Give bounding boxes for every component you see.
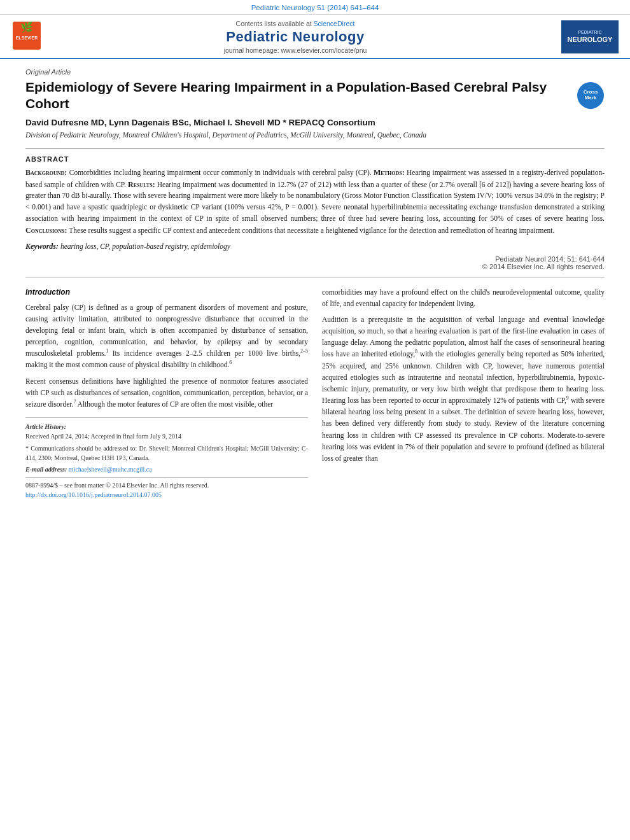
article-type: Original Article bbox=[25, 68, 605, 76]
intro-para1: Cerebral palsy (CP) is defined as a grou… bbox=[25, 302, 308, 371]
journal-logo-right: PEDIATRIC NEUROLOGY bbox=[549, 20, 619, 53]
intro-para2: Recent consensus definitions have highli… bbox=[25, 375, 308, 410]
sciencedirect-link[interactable]: ScienceDirect bbox=[314, 20, 355, 27]
sup1: 1 bbox=[106, 348, 108, 354]
article-history: Article History: Received April 24, 2014… bbox=[25, 422, 308, 441]
sup8: 8 bbox=[415, 349, 417, 355]
conclusions-label: Conclusions: bbox=[25, 226, 67, 235]
email-label: E-mail address: bbox=[25, 466, 67, 473]
results-label: Results: bbox=[128, 180, 155, 189]
right-para2: Audition is a prerequisite in the acquis… bbox=[322, 314, 605, 464]
elsevier-logo: ELSEVIER 🌿 bbox=[11, 20, 42, 53]
issn-line: 0887-8994/$ – see front matter © 2014 El… bbox=[25, 477, 308, 490]
sup7: 7 bbox=[73, 399, 76, 405]
journal-homepage: journal homepage: www.elsevier.com/locat… bbox=[42, 46, 549, 54]
divider-top bbox=[25, 148, 605, 149]
footer-copyright: © 2014 Elsevier Inc. All rights reserved… bbox=[25, 263, 605, 270]
logo-mid-text: NEUROLOGY bbox=[566, 35, 613, 44]
abstract-footer: Pediatatr Neurol 2014; 51: 641-644 © 201… bbox=[25, 255, 605, 270]
article-history-label: Article History: bbox=[25, 423, 66, 430]
correspondence-text: Communications should be addressed to: D… bbox=[25, 445, 308, 461]
correspondence-marker: * bbox=[25, 445, 29, 452]
journal-citation: Pediatric Neurology 51 (2014) 641–644 bbox=[251, 4, 379, 11]
sup6: 6 bbox=[229, 360, 232, 366]
abstract-section: Abstract Background: Comorbidities inclu… bbox=[25, 155, 605, 270]
right-para1: comorbidities may have a profound effect… bbox=[322, 286, 605, 309]
journal-banner-center: Contents lists available at ScienceDirec… bbox=[42, 20, 549, 54]
elsevier-tree-icon: ELSEVIER 🌿 bbox=[11, 20, 42, 51]
doi-text: http://dx.doi.org/10.1016/j.pediatrneuro… bbox=[25, 491, 162, 498]
footer-journal: Pediatatr Neurol 2014; 51: 641-644 bbox=[25, 255, 605, 263]
abstract-text: Background: Comorbidities including hear… bbox=[25, 167, 605, 237]
divider-bottom bbox=[25, 277, 605, 277]
journal-banner: ELSEVIER 🌿 Contents lists available at S… bbox=[0, 15, 630, 59]
article-title: Epidemiology of Severe Hearing Impairmen… bbox=[25, 79, 577, 113]
abstract-header: Abstract bbox=[25, 155, 605, 163]
crossmark-icon: CrossMark bbox=[577, 82, 604, 109]
sup2-5: 2–5 bbox=[300, 348, 308, 354]
journal-header-top: Pediatric Neurology 51 (2014) 641–644 bbox=[0, 0, 630, 15]
two-column-body: Introduction Cerebral palsy (CP) is defi… bbox=[25, 286, 605, 500]
page-container: Pediatric Neurology 51 (2014) 641–644 EL… bbox=[0, 0, 630, 508]
footnote-area: Article History: Received April 24, 2014… bbox=[25, 417, 308, 500]
email-line: E-mail address: michaelshevell@muhc.mcgi… bbox=[25, 465, 308, 474]
authors-line: David Dufresne MD, Lynn Dagenais BSc, Mi… bbox=[25, 118, 605, 127]
background-label: Background: bbox=[25, 168, 67, 177]
doi-line: http://dx.doi.org/10.1016/j.pediatrneuro… bbox=[25, 490, 308, 500]
sup9: 9 bbox=[566, 395, 569, 401]
affiliation-line: Division of Pediatric Neurology, Montrea… bbox=[25, 130, 605, 141]
content-area: Original Article Epidemiology of Severe … bbox=[0, 59, 630, 508]
journal-logo-box: PEDIATRIC NEUROLOGY bbox=[561, 20, 619, 53]
intro-heading: Introduction bbox=[25, 286, 308, 298]
logo-top-text: PEDIATRIC bbox=[566, 29, 613, 35]
keywords-label: Keywords: bbox=[25, 242, 59, 251]
received-text: Received April 24, 2014; Accepted in fin… bbox=[25, 433, 181, 440]
conclusions-text: These results suggest a specific CP cont… bbox=[69, 227, 554, 234]
svg-text:ELSEVIER: ELSEVIER bbox=[16, 36, 38, 40]
col-right: comorbidities may have a profound effect… bbox=[322, 286, 605, 500]
col-left: Introduction Cerebral palsy (CP) is defi… bbox=[25, 286, 308, 500]
journal-title: Pediatric Neurology bbox=[42, 29, 549, 45]
email-address: michaelshevell@muhc.mcgill.ca bbox=[69, 466, 152, 473]
keywords-line: Keywords: hearing loss, CP, population-b… bbox=[25, 242, 605, 251]
article-title-row: Epidemiology of Severe Hearing Impairmen… bbox=[25, 79, 605, 113]
sciencedirect-line: Contents lists available at ScienceDirec… bbox=[42, 20, 549, 27]
svg-text:🌿: 🌿 bbox=[20, 21, 33, 33]
correspondence: * Communications should be addressed to:… bbox=[25, 444, 308, 463]
crossmark-badge[interactable]: CrossMark bbox=[577, 81, 605, 109]
methods-label: Methods: bbox=[374, 168, 405, 177]
background-text: Comorbidities including hearing impairme… bbox=[69, 169, 372, 176]
issn-text: 0887-8994/$ – see front matter © 2014 El… bbox=[25, 482, 209, 489]
keywords-text: hearing loss, CP, population-based regis… bbox=[60, 242, 230, 250]
